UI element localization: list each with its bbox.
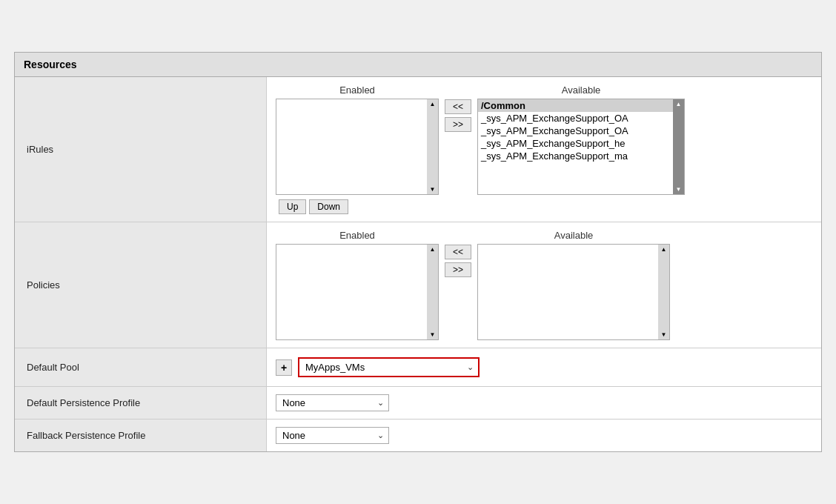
policies-enabled-list-wrapper: ▲ ▼ <box>276 244 439 340</box>
policies-available-list-wrapper: ▲ ▼ <box>477 244 670 340</box>
fallback-persistence-row: Fallback Persistence Profile None ⌄ <box>15 420 821 451</box>
irules-available-listbox[interactable]: /Common _sys_APM_ExchangeSupport_OA _sys… <box>477 99 673 195</box>
default-persistence-select[interactable]: None <box>276 395 373 411</box>
policies-available-scroll-down[interactable]: ▼ <box>660 331 668 338</box>
irules-available-group: Available /Common _sys_APM_ExchangeSuppo… <box>477 84 685 195</box>
irules-enabled-list-wrapper: ▲ ▼ <box>276 99 439 195</box>
policies-available-scroll: ▲ ▼ <box>658 244 670 340</box>
fallback-persistence-content: None ⌄ <box>267 420 398 451</box>
policies-transfer-left-btn[interactable]: << <box>445 245 471 259</box>
policies-enabled-scroll-up[interactable]: ▲ <box>428 246 437 253</box>
default-persistence-row: Default Persistence Profile None ⌄ <box>15 387 821 420</box>
policies-available-group: Available ▲ ▼ <box>477 230 670 340</box>
irules-available-item-1[interactable]: _sys_APM_ExchangeSupport_OA <box>478 112 673 125</box>
irules-available-header: Available <box>562 84 601 96</box>
irules-content: Enabled ▲ ▼ << >> Availab <box>267 77 821 222</box>
fallback-persistence-label: Fallback Persistence Profile <box>15 420 267 451</box>
policies-content: Enabled ▲ ▼ << >> Availab <box>267 222 821 348</box>
irules-available-item-3[interactable]: _sys_APM_ExchangeSupport_he <box>478 137 673 150</box>
irules-available-item-2[interactable]: _sys_APM_ExchangeSupport_OA <box>478 125 673 137</box>
irules-updown-btns: Up Down <box>276 199 812 214</box>
irules-enabled-header: Enabled <box>339 84 375 96</box>
irules-available-list-wrapper: /Common _sys_APM_ExchangeSupport_OA _sys… <box>477 99 685 195</box>
irules-transfer-left-btn[interactable]: << <box>445 99 471 114</box>
policies-enabled-listbox[interactable] <box>276 244 427 340</box>
irules-dual-list: Enabled ▲ ▼ << >> Availab <box>276 84 812 195</box>
policies-row: Policies Enabled ▲ ▼ << <box>15 222 821 348</box>
default-pool-chevron-icon: ⌄ <box>462 359 478 375</box>
irules-down-btn[interactable]: Down <box>309 199 348 214</box>
default-pool-content: + MyApps_VMs None ⌄ <box>267 348 488 386</box>
policies-enabled-scroll-down[interactable]: ▼ <box>428 331 437 338</box>
default-pool-select-wrapper: MyApps_VMs None ⌄ <box>298 357 480 377</box>
irules-transfer-right-btn[interactable]: >> <box>445 117 471 132</box>
irules-enabled-scroll-up[interactable]: ▲ <box>428 101 437 107</box>
policies-label: Policies <box>15 222 267 348</box>
resources-panel: Resources iRules Enabled ▲ ▼ <box>14 52 822 452</box>
irules-label: iRules <box>15 77 267 222</box>
irules-enabled-scroll-down[interactable]: ▼ <box>428 186 437 193</box>
policies-enabled-scroll: ▲ ▼ <box>427 244 439 340</box>
irules-available-item-4[interactable]: _sys_APM_ExchangeSupport_ma <box>478 150 673 162</box>
policies-enabled-group: Enabled ▲ ▼ <box>276 230 439 340</box>
irules-row: iRules Enabled ▲ ▼ << > <box>15 77 821 222</box>
irules-transfer-btns: << >> <box>445 84 471 132</box>
policies-dual-list: Enabled ▲ ▼ << >> Availab <box>276 230 812 340</box>
policies-available-scroll-up[interactable]: ▲ <box>660 246 668 253</box>
default-pool-label: Default Pool <box>15 348 267 386</box>
default-persistence-label: Default Persistence Profile <box>15 387 267 419</box>
policies-transfer-btns: << >> <box>445 230 471 277</box>
default-pool-row: Default Pool + MyApps_VMs None ⌄ <box>15 348 821 387</box>
policies-available-listbox[interactable] <box>477 244 658 340</box>
default-persistence-select-wrapper: None ⌄ <box>276 394 389 411</box>
irules-available-scroll-down[interactable]: ▼ <box>674 186 683 193</box>
irules-enabled-group: Enabled ▲ ▼ <box>276 84 439 195</box>
irules-enabled-listbox[interactable] <box>276 99 427 195</box>
irules-enabled-scroll: ▲ ▼ <box>427 99 439 195</box>
policies-enabled-header: Enabled <box>339 230 375 241</box>
policies-transfer-right-btn[interactable]: >> <box>445 262 471 277</box>
default-pool-plus-btn[interactable]: + <box>276 359 292 376</box>
default-pool-select[interactable]: MyApps_VMs None <box>299 359 462 376</box>
panel-title: Resources <box>15 53 821 77</box>
default-persistence-chevron-icon: ⌄ <box>373 396 388 410</box>
fallback-persistence-chevron-icon: ⌄ <box>373 428 388 442</box>
irules-available-scroll-up[interactable]: ▲ <box>674 101 683 107</box>
default-persistence-content: None ⌄ <box>267 387 398 419</box>
irules-up-btn[interactable]: Up <box>279 199 306 214</box>
policies-available-header: Available <box>554 230 594 241</box>
fallback-persistence-select-wrapper: None ⌄ <box>276 427 389 444</box>
fallback-persistence-select[interactable]: None <box>276 428 373 443</box>
irules-available-item-0[interactable]: /Common <box>478 99 673 112</box>
irules-available-scroll: ▲ ▼ <box>673 99 685 195</box>
